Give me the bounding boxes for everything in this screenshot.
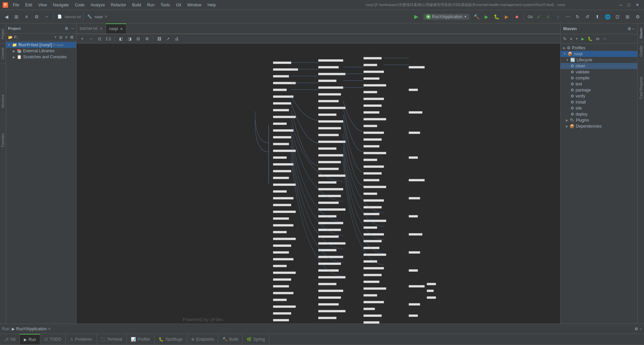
nav-minus-icon[interactable]: − [42,12,51,21]
edge-tab-gradle[interactable]: Gradle [638,43,644,59]
bottom-tab-git[interactable]: ⎇ Git [0,334,20,344]
tree-item-scratches[interactable]: ▶ 📋 Scratches and Consoles [6,54,76,60]
edge-tab-fastRequest[interactable]: Fast Request [638,74,644,101]
commit-side-label[interactable]: Commit [0,45,5,62]
close-button[interactable]: ✕ [634,2,641,8]
run-app-icon[interactable]: ▶ [482,12,491,21]
tab-ruoyi[interactable]: ruoyi ✕ [106,23,126,33]
run-config-dropdown[interactable]: RuoYiApplication ▼ [423,14,470,20]
git-push-icon[interactable]: ↑ [554,12,562,21]
project-side-label[interactable]: Project [0,26,5,42]
menu-git[interactable]: Git [173,2,184,8]
menu-view[interactable]: View [36,2,50,8]
back-icon[interactable]: ◀ [2,12,11,21]
maven-debug-icon[interactable]: 🐛 [586,36,594,42]
layout-settings-icon[interactable]: ⚙ [143,35,151,43]
menu-build[interactable]: Build [129,2,144,8]
layout-left-icon[interactable]: ◧ [117,35,124,43]
menu-navigate[interactable]: Navigate [50,2,71,8]
debug-app-icon[interactable]: 🐛 [492,12,501,21]
upload-icon[interactable]: ⬆ [593,12,602,21]
maven-clean-item[interactable]: ⚙ clean [560,63,637,69]
dependency-graph[interactable]: Powered by yFiles [76,44,560,324]
menu-run[interactable]: Run [145,2,157,8]
project-scope-selector[interactable]: 📂 P... ▼ ◎ ≡ ⊞ [6,33,76,41]
run-tab-close[interactable]: ✕ [48,327,51,331]
build-icon[interactable]: ▶ [412,12,421,21]
maven-collapse-all-icon[interactable]: ≡ [569,36,574,42]
maven-more-icon[interactable]: ⋯ [601,36,608,42]
maven-package-item[interactable]: ⚙ package [560,87,637,93]
git-more-icon[interactable]: ⋯ [564,12,572,21]
structure-side-label[interactable]: Structure [0,92,5,111]
actual-size-icon[interactable]: 1:1 [105,35,112,43]
maven-validate-item[interactable]: ⚙ validate [560,69,637,75]
menu-refactor[interactable]: Refactor [108,2,129,8]
expand-icon[interactable]: ⊞ [623,12,632,21]
maven-ruoyi-item[interactable]: ▼ 📦 ruoyi [560,51,637,57]
build-project-icon[interactable]: 🔨 [472,12,481,21]
maven-add-icon[interactable]: + [574,36,579,42]
tab-ruoyi-close[interactable]: ✕ [120,27,123,31]
maven-refresh-icon[interactable]: ↻ [562,36,568,42]
tab-banner[interactable]: banner.txt ✕ [76,23,106,33]
bottom-tab-endpoints[interactable]: ⊕ Endpoints [187,334,218,344]
bottom-tab-problems[interactable]: ⚠ Problems [66,334,97,344]
fit-page-icon[interactable]: ⊡ [96,35,103,43]
maven-settings-icon[interactable]: ⚙ [628,26,631,31]
maven-collapse-icon[interactable]: − [632,26,635,31]
maven-verify-item[interactable]: ⚙ verify [560,93,637,99]
menu-window[interactable]: Window [184,2,204,8]
bottom-tab-spring[interactable]: 🌿 Spring [243,334,269,344]
favorites-side-label[interactable]: Favorites [0,131,5,150]
project-panel-settings[interactable]: ⚙ [64,25,69,31]
maven-deploy-item[interactable]: ⚙ deploy [560,111,637,117]
nav-history-icon[interactable]: ⊞ [12,12,21,21]
menu-edit[interactable]: Edit [22,2,35,8]
run-collapse-icon[interactable]: − [640,327,642,331]
translate-icon[interactable]: 🌐 [603,12,612,21]
layout-right-icon[interactable]: ◨ [126,35,133,43]
maven-dependencies-item[interactable]: ▶ 📦 Dependencies [560,123,637,129]
tree-item-external-libs[interactable]: ▶ 📚 External Libraries [6,48,76,54]
maven-install-item[interactable]: ⚙ install [560,99,637,105]
run-with-coverage-icon[interactable]: ▶ [502,12,511,21]
nav-collapse-icon[interactable]: ≡ [22,12,31,21]
bottom-tab-todo[interactable]: ☑ TODO [40,334,65,344]
menu-code[interactable]: Code [72,2,87,8]
panel-toolbar-collapse-all[interactable]: ≡ [64,34,68,40]
maven-lifecycle-item[interactable]: ▼ 🔄 Lifecycle [560,57,637,63]
scope-chevron[interactable]: ▼ [54,36,57,39]
ruoyi-tab-close[interactable]: ✕ [105,15,107,18]
bottom-tab-run[interactable]: ▶ Run [20,334,40,344]
menu-help[interactable]: Help [205,2,219,8]
settings-main-icon[interactable]: ⚙ [633,12,642,21]
nav-settings-icon[interactable]: ⚙ [32,12,41,21]
git-checkmark-2[interactable]: ✓ [544,12,553,21]
maven-compile-item[interactable]: ⚙ compile [560,75,637,81]
bottom-tab-profiler[interactable]: 📊 Profiler [127,334,155,344]
maximize-button[interactable]: □ [626,2,632,8]
export-svg-icon[interactable]: ↗ [164,35,172,43]
menu-file[interactable]: File [10,2,22,8]
revert-icon[interactable]: ↺ [583,12,592,21]
maven-skip-icon[interactable]: m [595,36,601,42]
bottom-tab-terminal[interactable]: ⬛ Terminal [97,334,127,344]
menu-analyze[interactable]: Analyze [88,2,108,8]
print-icon[interactable]: 🖨 [173,35,180,43]
run-app-tab[interactable]: ▶ RuoYiApplication ✕ [12,324,51,334]
tab-banner-close[interactable]: ✕ [100,27,102,30]
export-png-icon[interactable]: 🖼 [156,35,163,43]
run-settings-icon[interactable]: ⚙ [635,327,638,331]
panel-toolbar-filter[interactable]: ⊞ [69,34,74,40]
maven-plugins-item[interactable]: ▶ 🔌 Plugins [560,117,637,123]
bottom-tab-spotbugs[interactable]: 🐛 SpotBugs [155,334,187,344]
maven-test-item[interactable]: ⚙ test [560,81,637,87]
maven-run-icon[interactable]: ▶ [580,36,586,42]
bottom-tab-build[interactable]: 🔨 Build [218,334,243,344]
stop-icon[interactable]: ■ [513,12,521,21]
maven-site-item[interactable]: ⚙ site [560,105,637,111]
edge-tab-maven[interactable]: Maven [638,25,644,41]
zoom-in-icon[interactable]: + [78,35,86,43]
layout-icon[interactable]: ⊡ [613,12,622,21]
